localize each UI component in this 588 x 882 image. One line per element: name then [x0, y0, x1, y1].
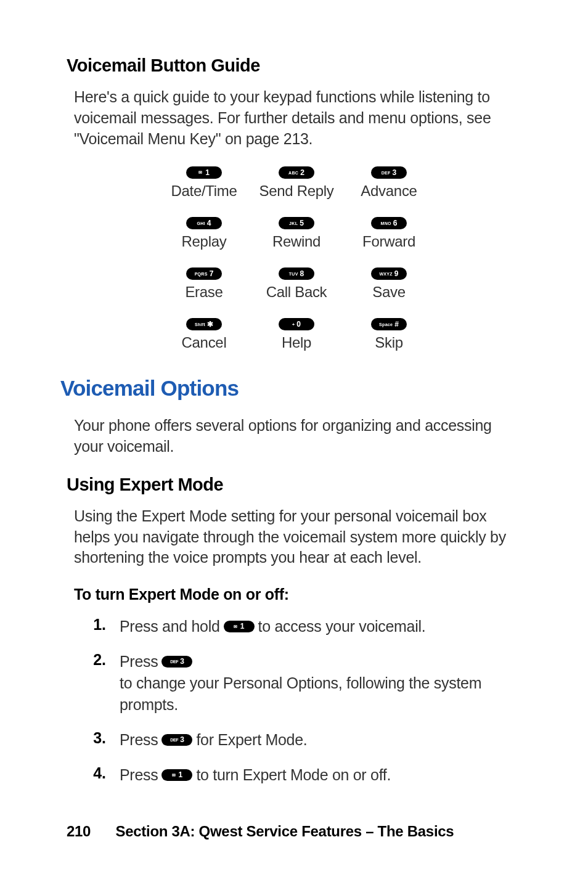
- step-text: Press and hold ✉1 to access your voicema…: [120, 616, 425, 637]
- step-3: 3. Press DEF3 for Expert Mode.: [91, 729, 514, 751]
- envelope-icon: ✉: [198, 170, 202, 175]
- key-label: Erase: [185, 284, 223, 301]
- key-label: Send Reply: [259, 182, 333, 200]
- heading-button-guide: Voicemail Button Guide: [67, 55, 514, 76]
- key-label: Call Back: [266, 284, 327, 301]
- step-text-part: Press and hold: [120, 616, 220, 637]
- key-label: Rewind: [272, 233, 321, 250]
- key-sub: JKL: [289, 221, 298, 226]
- step-text-part: to access your voicemail.: [258, 616, 426, 637]
- key-main: 1: [179, 770, 182, 780]
- key-main: 3: [180, 735, 184, 745]
- key-cell-1: ✉1 Date/Time: [158, 166, 250, 200]
- key-pill-3-inline: DEF3: [161, 656, 192, 668]
- step-text-part: Press: [120, 764, 158, 786]
- key-sub: PQRS: [195, 272, 208, 276]
- key-pill-0: +0: [279, 318, 314, 330]
- step-text-part: for Expert Mode.: [196, 729, 307, 751]
- key-pill-4: GHI4: [186, 217, 222, 229]
- key-pill-7: PQRS7: [186, 267, 222, 280]
- key-pill-1: ✉1: [186, 166, 222, 179]
- step-text: Press DEF3 to change your Personal Optio…: [120, 651, 514, 716]
- step-1: 1. Press and hold ✉1 to access your voic…: [91, 616, 514, 637]
- key-label: Skip: [375, 334, 403, 351]
- keypad-grid: ✉1 Date/Time ABC2 Send Reply DEF3 Advanc…: [67, 166, 514, 351]
- key-sub: DEF: [170, 659, 178, 665]
- key-main: 9: [394, 269, 399, 278]
- options-intro: Your phone offers several options for or…: [67, 415, 514, 457]
- key-main: 1: [205, 168, 210, 177]
- key-main: #: [394, 320, 399, 329]
- step-text-part: Press: [120, 729, 158, 751]
- key-main: 2: [300, 168, 304, 177]
- key-main: 3: [180, 656, 184, 667]
- key-sub: WXYZ: [379, 272, 392, 276]
- key-cell-0: +0 Help: [250, 318, 343, 351]
- key-sub: ABC: [288, 171, 298, 175]
- key-cell-3: DEF3 Advance: [343, 166, 435, 200]
- step-text: Press ✉1 to turn Expert Mode on or off.: [120, 764, 391, 786]
- key-sub: MNO: [381, 221, 391, 226]
- key-cell-5: JKL5 Rewind: [250, 217, 343, 250]
- heading-expert-mode: Using Expert Mode: [67, 475, 514, 495]
- key-cell-4: GHI4 Replay: [158, 217, 250, 250]
- key-main: 4: [207, 219, 211, 227]
- key-pill-3-inline: DEF3: [161, 734, 192, 746]
- key-pill-9: WXYZ9: [371, 267, 407, 280]
- key-sub: DEF: [382, 171, 391, 175]
- key-label: Cancel: [182, 334, 227, 351]
- key-sub: Space: [379, 322, 393, 327]
- key-main: ✱: [207, 320, 213, 329]
- step-num: 2.: [91, 651, 106, 669]
- intro-text: Here's a quick guide to your keypad func…: [67, 87, 514, 149]
- envelope-icon: ✉: [172, 772, 176, 778]
- step-num: 4.: [91, 764, 106, 782]
- key-pill-6: MNO6: [371, 217, 407, 229]
- key-label: Advance: [361, 182, 417, 200]
- key-main: 7: [210, 269, 214, 278]
- step-text-part: to turn Expert Mode on or off.: [196, 764, 391, 786]
- step-4: 4. Press ✉1 to turn Expert Mode on or of…: [91, 764, 514, 786]
- key-pill-3: DEF3: [371, 166, 407, 179]
- key-label: Help: [282, 334, 311, 351]
- key-label: Forward: [362, 233, 415, 250]
- key-sub: Shift: [195, 322, 205, 327]
- key-cell-7: PQRS7 Erase: [158, 267, 250, 301]
- key-label: Date/Time: [171, 182, 237, 200]
- key-cell-hash: Space# Skip: [343, 318, 435, 351]
- expert-toggle-lead: To turn Expert Mode on or off:: [67, 586, 514, 603]
- step-text-part: Press: [120, 651, 158, 672]
- key-label: Save: [372, 284, 406, 301]
- expert-intro: Using the Expert Mode setting for your p…: [67, 506, 514, 568]
- key-cell-8: TUV8 Call Back: [250, 267, 343, 301]
- key-main: 1: [240, 621, 244, 632]
- step-2: 2. Press DEF3 to change your Personal Op…: [91, 651, 514, 716]
- key-sub: TUV: [289, 272, 298, 276]
- heading-voicemail-options: Voicemail Options: [60, 376, 514, 401]
- key-main: 0: [296, 320, 301, 329]
- key-pill-2: ABC2: [279, 166, 314, 179]
- key-main: 8: [300, 269, 304, 278]
- key-cell-6: MNO6 Forward: [343, 217, 435, 250]
- key-cell-star: Shift✱ Cancel: [158, 318, 250, 351]
- key-main: 3: [393, 168, 397, 177]
- key-main: 6: [393, 219, 398, 227]
- key-pill-1-inline: ✉1: [224, 621, 255, 632]
- key-pill-1-inline: ✉1: [161, 769, 192, 781]
- key-cell-9: WXYZ9 Save: [343, 267, 435, 301]
- step-num: 3.: [91, 729, 106, 747]
- envelope-icon: ✉: [234, 624, 237, 630]
- page-footer: 210 Section 3A: Qwest Service Features –…: [67, 823, 454, 840]
- key-pill-8: TUV8: [279, 267, 314, 280]
- step-list: 1. Press and hold ✉1 to access your voic…: [67, 616, 514, 786]
- footer-section: Section 3A: Qwest Service Features – The…: [116, 823, 454, 839]
- key-pill-5: JKL5: [279, 217, 314, 229]
- key-sub: GHI: [197, 221, 205, 226]
- key-label: Replay: [182, 233, 227, 250]
- step-text: Press DEF3 for Expert Mode.: [120, 729, 307, 751]
- page-number: 210: [67, 823, 91, 839]
- key-main: 5: [300, 219, 304, 227]
- key-sub: DEF: [170, 737, 178, 743]
- key-pill-hash: Space#: [371, 318, 407, 330]
- key-sub: +: [292, 322, 295, 327]
